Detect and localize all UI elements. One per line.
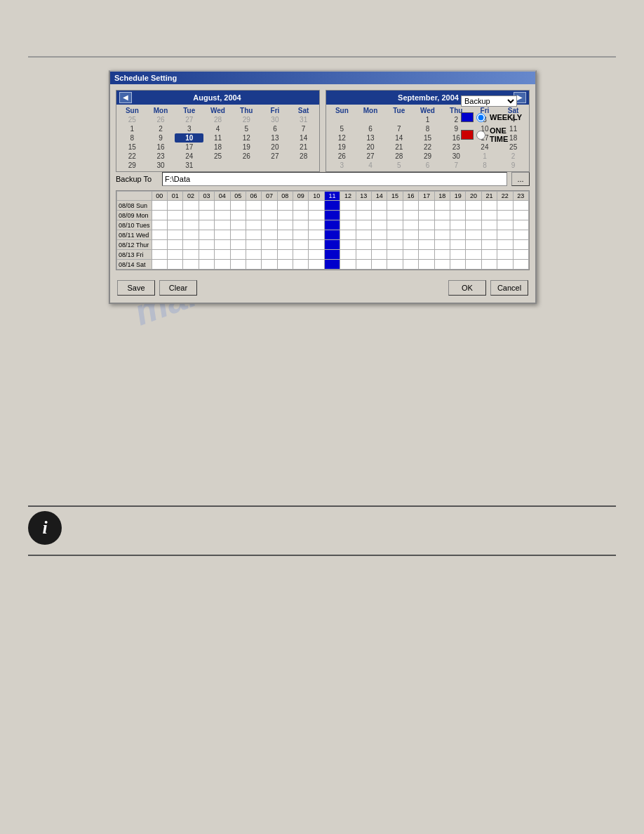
aug-cell[interactable]: 24 (175, 152, 203, 161)
sched-cell[interactable] (372, 211, 387, 220)
sched-cell[interactable] (324, 230, 340, 240)
sched-cell[interactable] (199, 230, 214, 240)
sep-cell[interactable]: 20 (356, 143, 385, 152)
sep-cell[interactable]: 5 (384, 161, 413, 170)
sched-cell[interactable] (293, 260, 309, 270)
sched-cell[interactable] (230, 240, 246, 250)
sched-cell[interactable] (293, 240, 309, 250)
sched-cell[interactable] (434, 201, 450, 211)
sched-cell[interactable] (230, 260, 246, 270)
aug-cell[interactable]: 27 (261, 152, 290, 161)
save-button[interactable]: Save (117, 280, 155, 296)
sep-cell[interactable]: 19 (328, 143, 356, 152)
aug-cell[interactable]: 7 (289, 124, 318, 133)
sched-cell[interactable] (481, 220, 497, 230)
sched-cell[interactable] (419, 250, 434, 260)
aug-cell[interactable]: 18 (203, 143, 232, 152)
sched-cell[interactable] (340, 211, 356, 220)
aug-cell[interactable]: 6 (261, 124, 290, 133)
aug-cell[interactable]: 25 (118, 115, 147, 124)
sched-cell[interactable] (215, 230, 230, 240)
sched-cell[interactable] (497, 201, 513, 211)
sched-cell[interactable] (183, 220, 199, 230)
sched-cell[interactable] (199, 220, 214, 230)
sched-cell[interactable] (450, 220, 465, 230)
sched-cell[interactable] (403, 240, 418, 250)
sep-cell[interactable]: 1 (413, 115, 442, 124)
sched-cell[interactable] (481, 230, 497, 240)
sep-cell[interactable]: 7 (442, 161, 471, 170)
sched-cell[interactable] (450, 201, 465, 211)
backup-to-input[interactable] (162, 172, 507, 186)
sched-cell[interactable] (513, 211, 528, 220)
sched-cell[interactable] (215, 260, 230, 270)
sep-cell[interactable]: 21 (384, 143, 413, 152)
sched-cell[interactable] (356, 240, 371, 250)
clear-button[interactable]: Clear (159, 280, 197, 296)
sched-cell[interactable] (293, 250, 309, 260)
sched-cell[interactable] (356, 211, 371, 220)
aug-cell[interactable]: 2 (147, 124, 175, 133)
sched-cell[interactable] (403, 201, 418, 211)
sched-cell[interactable] (434, 230, 450, 240)
sched-cell[interactable] (167, 220, 182, 230)
aug-cell-selected[interactable]: 10 (175, 133, 203, 143)
sched-cell[interactable] (183, 201, 199, 211)
sched-cell[interactable] (356, 230, 371, 240)
sched-cell[interactable] (215, 220, 230, 230)
sched-cell[interactable] (277, 260, 293, 270)
sep-cell[interactable]: 30 (442, 152, 471, 161)
sched-cell[interactable] (481, 240, 497, 250)
aug-cell[interactable]: 20 (261, 143, 290, 152)
sched-cell[interactable] (434, 220, 450, 230)
aug-cell[interactable]: 30 (147, 161, 175, 170)
sched-cell[interactable] (199, 201, 214, 211)
sched-cell[interactable] (403, 211, 418, 220)
sched-cell[interactable] (277, 201, 293, 211)
sched-cell[interactable] (277, 240, 293, 250)
sched-cell[interactable] (340, 220, 356, 230)
sep-cell[interactable]: 6 (413, 161, 442, 170)
type-dropdown[interactable]: Backup Restore (461, 95, 517, 107)
sched-cell[interactable] (215, 240, 230, 250)
sep-cell[interactable]: 27 (356, 152, 385, 161)
sep-cell[interactable]: 14 (384, 133, 413, 143)
aug-cell[interactable]: 13 (261, 133, 290, 143)
sched-cell[interactable] (262, 240, 277, 250)
browse-button[interactable]: ... (511, 172, 530, 186)
sched-cell[interactable] (324, 201, 340, 211)
sep-cell[interactable]: 3 (328, 161, 356, 170)
sched-cell[interactable] (450, 230, 465, 240)
sched-cell[interactable] (152, 211, 167, 220)
sched-cell[interactable] (340, 260, 356, 270)
sched-cell[interactable] (246, 211, 261, 220)
sched-cell[interactable] (183, 240, 199, 250)
sched-cell[interactable] (309, 260, 324, 270)
aug-cell[interactable]: 9 (147, 133, 175, 143)
sched-cell[interactable] (387, 211, 403, 220)
sched-cell[interactable] (450, 260, 465, 270)
sep-cell[interactable]: 1 (471, 152, 499, 161)
sep-cell[interactable]: 15 (413, 133, 442, 143)
sched-cell[interactable] (419, 230, 434, 240)
sched-cell[interactable] (199, 240, 214, 250)
sched-cell[interactable] (152, 201, 167, 211)
sched-cell[interactable] (293, 211, 309, 220)
aug-cell[interactable]: 21 (289, 143, 318, 152)
aug-cell[interactable]: 16 (147, 143, 175, 152)
sched-cell[interactable] (183, 250, 199, 260)
sched-cell[interactable] (293, 201, 309, 211)
sched-cell[interactable] (167, 240, 182, 250)
sched-cell[interactable] (513, 220, 528, 230)
sched-cell[interactable] (513, 260, 528, 270)
sched-cell[interactable] (387, 230, 403, 240)
sep-cell[interactable]: 4 (356, 161, 385, 170)
sep-cell[interactable]: 9 (499, 161, 528, 170)
sched-cell[interactable] (215, 201, 230, 211)
sched-cell[interactable] (277, 211, 293, 220)
sched-cell[interactable] (340, 240, 356, 250)
sep-cell[interactable]: 12 (328, 133, 356, 143)
sep-cell[interactable]: 22 (413, 143, 442, 152)
sched-cell[interactable] (481, 250, 497, 260)
sched-cell[interactable] (481, 211, 497, 220)
